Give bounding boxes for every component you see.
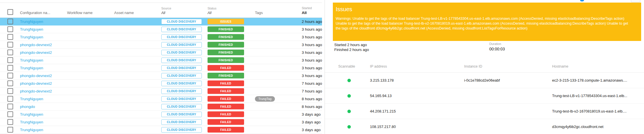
table-row[interactable]: TrungNguyen CLOUD DISCOVERY FINISHED 3 h… [0, 25, 322, 33]
source-badge: CLOUD DISCOVERY [161, 27, 202, 32]
row-checkbox[interactable] [7, 104, 13, 109]
row-checkbox[interactable] [7, 19, 13, 24]
ip-address-cell: 54.165.94.13 [370, 94, 464, 98]
jobs-table-header: Configuration na... Workflow name Asset … [0, 3, 322, 18]
configuration-name-link[interactable]: phongdo [20, 105, 35, 109]
status-badge: FINISHED [208, 50, 244, 55]
row-checkbox[interactable] [7, 50, 13, 55]
started-cell: 8 hours ago [302, 97, 322, 101]
row-checkbox[interactable] [7, 73, 13, 78]
started-cell: 3 hours ago [302, 66, 322, 70]
column-header-hostname: Hostname [552, 64, 644, 68]
configuration-name-link[interactable]: TrungNguyen [20, 97, 43, 101]
table-row[interactable]: TrungNguyen CLOUD DISCOVERY FAILED 3 day… [0, 126, 322, 134]
table-row[interactable]: TrungNguyen CLOUD DISCOVERY FAILED 3 day… [0, 118, 322, 126]
row-checkbox[interactable] [7, 119, 13, 125]
configuration-name-link[interactable]: phongdo-devnext2 [20, 89, 52, 93]
started-cell: 3 hours ago [302, 43, 322, 47]
column-header-source[interactable]: Source [161, 7, 208, 10]
source-badge: CLOUD DISCOVERY [161, 19, 202, 24]
asset-row: 44.208.171.215 Trung-test-lb-v2-16708180… [325, 104, 644, 119]
jobs-table: Configuration na... Workflow name Asset … [0, 3, 322, 134]
configuration-name-link[interactable]: TrungNguyen [20, 27, 43, 31]
configuration-name-link[interactable]: phongdo-devnext2 [20, 81, 52, 86]
table-row[interactable]: phongdo-devnext2 CLOUD DISCOVERY FINISHE… [0, 72, 322, 80]
started-cell: 2 hours ago [302, 19, 322, 24]
issues-title: Issues [336, 6, 637, 13]
started-filter-dropdown[interactable]: All [302, 11, 322, 15]
status-badge: ISSUES [208, 19, 244, 24]
started-cell: 3 days ago [302, 128, 321, 132]
configuration-name-link[interactable]: TrungNguyen [20, 66, 43, 70]
table-row[interactable]: phongdo-devnext2 CLOUD DISCOVERY FAILED … [0, 80, 322, 87]
column-header-instance-id: Instance ID [464, 64, 552, 68]
issues-banner: Issues Warnings: Unable to get the tags … [333, 3, 641, 41]
configuration-name-link[interactable]: phongdo-devnext2 [20, 50, 52, 55]
status-badge: FAILED [208, 104, 244, 109]
row-checkbox[interactable] [7, 80, 13, 86]
ip-address-cell: 44.208.171.215 [370, 109, 464, 113]
started-cell: 7 hours ago [302, 89, 322, 93]
asset-row: 108.157.217.80 d3cmqy4y6ib2gc.cloudfront… [325, 119, 644, 134]
configuration-name-link[interactable]: TrungNguyen [20, 128, 43, 132]
status-filter-dropdown[interactable]: All [208, 11, 255, 15]
select-all-checkbox[interactable] [7, 9, 13, 15]
row-checkbox[interactable] [7, 88, 13, 94]
ip-address-cell: 108.157.217.80 [370, 125, 464, 129]
table-row[interactable]: TrungNguyen CLOUD DISCOVERY FAILED 3 hou… [0, 64, 322, 72]
column-header-asset-name[interactable]: Asset name [114, 11, 161, 15]
row-checkbox[interactable] [7, 34, 13, 40]
status-badge: FINISHED [208, 34, 244, 40]
table-row[interactable]: TrungNguyen CLOUD DISCOVERY FAILED Trung… [0, 95, 322, 103]
started-cell: 3 days ago [302, 120, 321, 124]
column-header-configuration-name[interactable]: Configuration na... [20, 11, 67, 15]
table-row[interactable]: phongdo-devnext2 CLOUD DISCOVERY FINISHE… [0, 49, 322, 56]
row-checkbox[interactable] [7, 96, 13, 102]
duration-block: Duration 00:00:03 [489, 42, 505, 51]
configuration-name-link[interactable]: TrungNguyen [20, 120, 43, 124]
source-badge: CLOUD DISCOVERY [161, 42, 202, 48]
table-row[interactable]: phongdo CLOUD DISCOVERY FAILED 8 hours a… [0, 103, 322, 111]
source-badge: CLOUD DISCOVERY [161, 104, 202, 109]
status-badge: FINISHED [208, 57, 244, 63]
row-checkbox[interactable] [7, 127, 13, 133]
hostname-cell: d3cmqy4y6ib2gc.cloudfront.net [552, 125, 644, 129]
discovered-assets-table: Scannable IP address Instance ID Hostnam… [325, 60, 644, 134]
table-row[interactable]: phongdo-devnext2 CLOUD DISCOVERY FAILED … [0, 87, 322, 95]
table-row[interactable]: TrungNguyen CLOUD DISCOVERY FINISHED 3 h… [0, 56, 322, 64]
status-badge: FAILED [208, 127, 244, 133]
table-row[interactable]: TrungNguyen CLOUD DISCOVERY ISSUES 2 hou… [0, 18, 322, 25]
row-checkbox[interactable] [7, 42, 13, 48]
configuration-name-link[interactable]: TrungNguyen [20, 35, 43, 39]
row-checkbox[interactable] [7, 57, 13, 63]
configuration-name-link[interactable]: TrungNguyen [20, 58, 43, 62]
configuration-name-link[interactable]: TrungNguyen [20, 112, 43, 117]
source-badge: CLOUD DISCOVERY [161, 88, 202, 94]
status-badge: FINISHED [208, 73, 244, 78]
column-header-workflow-name[interactable]: Workflow name [67, 11, 114, 15]
column-header-scannable: Scannable [338, 64, 370, 68]
hostname-cell: Trung-test-LB-v1-1778543304.us-east-1.el… [552, 94, 644, 98]
column-header-started[interactable]: Started [302, 6, 322, 10]
asset-row: 3.215.133.178 i-0c1e788cd2e06eabf ec2-3-… [325, 73, 644, 88]
started-cell: 3 hours ago [302, 74, 322, 78]
configuration-name-link[interactable]: TrungNguyen [20, 19, 43, 24]
row-checkbox[interactable] [7, 111, 13, 117]
source-filter-dropdown[interactable]: All [161, 11, 208, 15]
assets-table-header: Scannable IP address Instance ID Hostnam… [325, 60, 644, 73]
top-corner-button[interactable] [631, 0, 640, 2]
row-checkbox[interactable] [7, 65, 13, 71]
table-row[interactable]: TrungNguyen CLOUD DISCOVERY FAILED 3 day… [0, 111, 322, 118]
configuration-name-link[interactable]: phongdo-devnext2 [20, 74, 52, 78]
started-cell: 7 hours ago [302, 81, 322, 86]
source-badge: CLOUD DISCOVERY [161, 65, 202, 71]
column-header-status[interactable]: Status [208, 7, 255, 10]
started-cell: 3 hours ago [302, 27, 322, 31]
configuration-name-link[interactable]: phongdo-devnext2 [20, 43, 52, 47]
tag-pill: TrungTag [255, 96, 275, 102]
row-checkbox[interactable] [7, 26, 13, 32]
source-badge: CLOUD DISCOVERY [161, 119, 202, 125]
table-row[interactable]: TrungNguyen CLOUD DISCOVERY FINISHED 3 h… [0, 33, 322, 41]
table-row[interactable]: phongdo-devnext2 CLOUD DISCOVERY FINISHE… [0, 41, 322, 49]
column-header-tags[interactable]: Tags [255, 11, 302, 15]
